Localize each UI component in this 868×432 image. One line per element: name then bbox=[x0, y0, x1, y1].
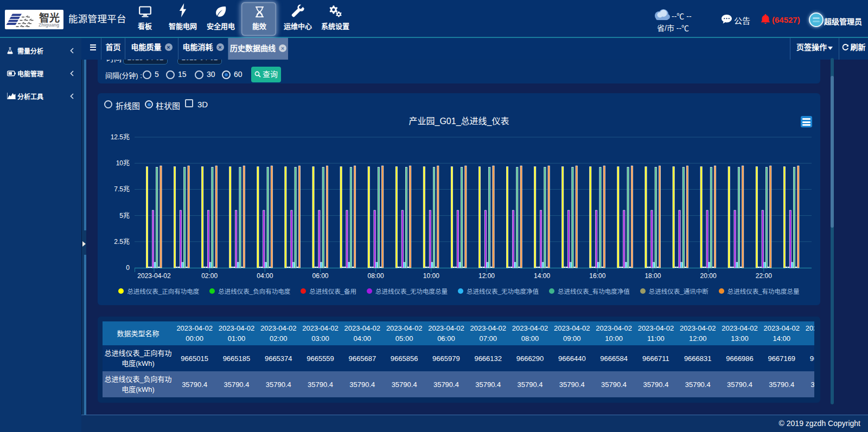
svg-text:14:00: 14:00 bbox=[534, 272, 550, 280]
svg-text:Zhiguang: Zhiguang bbox=[39, 22, 59, 28]
svg-text:12.5兆: 12.5兆 bbox=[111, 133, 130, 141]
svg-text:10:00: 10:00 bbox=[423, 272, 439, 280]
svg-text:5兆: 5兆 bbox=[119, 212, 130, 220]
svg-text:16:00: 16:00 bbox=[589, 272, 605, 280]
svg-text:10兆: 10兆 bbox=[116, 159, 130, 167]
svg-text:0: 0 bbox=[126, 264, 130, 272]
svg-text:2023-04-02: 2023-04-02 bbox=[137, 272, 171, 280]
svg-text:08:00: 08:00 bbox=[368, 272, 384, 280]
svg-text:18:00: 18:00 bbox=[644, 272, 661, 280]
svg-text:02:00: 02:00 bbox=[201, 272, 218, 280]
svg-text:2.5兆: 2.5兆 bbox=[114, 238, 130, 246]
svg-text:12:00: 12:00 bbox=[478, 272, 495, 280]
svg-text:7.5兆: 7.5兆 bbox=[114, 185, 130, 193]
svg-text:22:00: 22:00 bbox=[756, 272, 772, 280]
svg-text:20:00: 20:00 bbox=[700, 272, 717, 280]
svg-text:06:00: 06:00 bbox=[312, 272, 328, 280]
svg-text:04:00: 04:00 bbox=[257, 272, 273, 280]
